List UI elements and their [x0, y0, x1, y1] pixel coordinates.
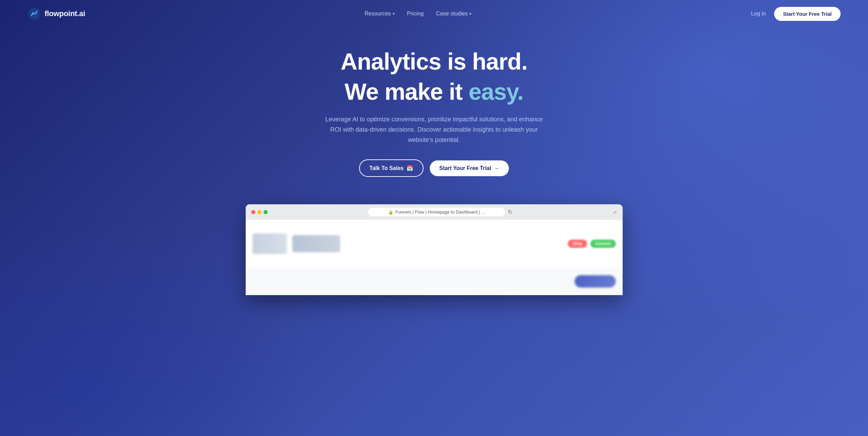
window-close-dot	[251, 210, 255, 214]
bottom-blur-pill	[575, 275, 616, 288]
nav-trial-button[interactable]: Start Your Free Trial	[774, 7, 841, 21]
hero-subtitle: Leverage AI to optimize conversions, pri…	[325, 114, 544, 145]
nav-cta: Log in Start Your Free Trial	[751, 7, 841, 21]
browser-bottom-content	[246, 268, 623, 295]
address-bar[interactable]: 🔒 Funnels | Flow | Homepage to Dashboard…	[368, 208, 505, 216]
nav-links: Resources ▾ Pricing Case studies ▾	[365, 11, 472, 17]
hero-trial-button[interactable]: Start Your Free Trial →	[430, 160, 509, 176]
talk-to-sales-button[interactable]: Talk To Sales 📅	[359, 159, 424, 177]
hero-buttons: Talk To Sales 📅 Start Your Free Trial →	[359, 159, 509, 177]
browser-content-blur-left	[253, 233, 287, 254]
window-maximize-dot	[264, 210, 268, 214]
hero-title-highlight: easy.	[468, 78, 523, 105]
browser-address-bar-container: 🔒 Funnels | Flow | Homepage to Dashboard…	[272, 208, 609, 216]
browser-content: Drop Convert	[246, 220, 623, 268]
tag-red: Drop	[568, 240, 587, 248]
expand-icon[interactable]: ⤢	[613, 209, 617, 215]
tag-green: Convert	[590, 240, 615, 248]
address-bar-text: Funnels | Flow | Homepage to Dashboard |…	[395, 209, 485, 215]
nav-resources[interactable]: Resources ▾	[365, 11, 394, 17]
browser-toolbar: 🔒 Funnels | Flow | Homepage to Dashboard…	[246, 204, 623, 220]
calendar-icon: 📅	[406, 165, 413, 171]
browser-mockup: 🔒 Funnels | Flow | Homepage to Dashboard…	[246, 204, 623, 295]
hero-title-line1: Analytics is hard.	[341, 48, 527, 75]
browser-content-blur-mid	[292, 235, 340, 252]
chevron-down-icon: ▾	[393, 12, 395, 16]
navbar: flowpoint.ai Resources ▾ Pricing Case st…	[0, 0, 868, 27]
hero-section: Analytics is hard. We make it easy. Leve…	[0, 27, 868, 191]
browser-window-controls	[251, 210, 268, 214]
window-minimize-dot	[257, 210, 261, 214]
arrow-right-icon: →	[494, 165, 499, 171]
hero-title-line2: We make it easy.	[344, 78, 523, 105]
logo-icon	[27, 7, 41, 21]
nav-pricing[interactable]: Pricing	[407, 11, 424, 17]
logo-link[interactable]: flowpoint.ai	[27, 7, 85, 21]
reload-icon[interactable]: ↻	[508, 209, 512, 215]
logo-text: flowpoint.ai	[45, 9, 85, 18]
lock-icon: 🔒	[388, 210, 393, 215]
chevron-down-icon-2: ▾	[469, 12, 472, 16]
nav-case-studies[interactable]: Case studies ▾	[436, 11, 472, 17]
login-link[interactable]: Log in	[751, 11, 766, 17]
browser-content-right: Drop Convert	[568, 240, 615, 248]
browser-mockup-wrapper: 🔒 Funnels | Flow | Homepage to Dashboard…	[0, 191, 868, 295]
